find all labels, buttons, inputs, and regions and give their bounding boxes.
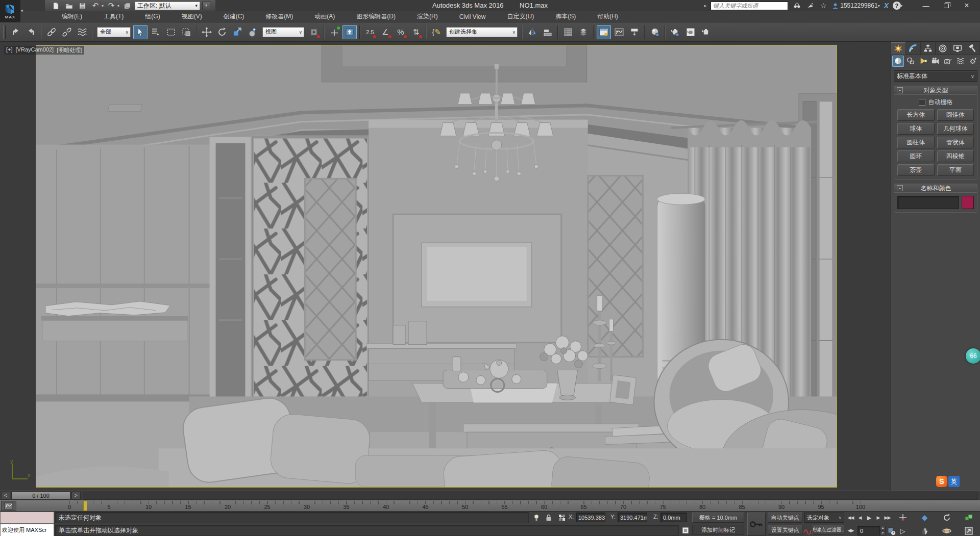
help-cluster[interactable]: ? ▾	[893, 2, 902, 10]
object-button-3[interactable]: 几何球体	[937, 123, 974, 135]
exchange-apps-icon[interactable]: X	[884, 2, 889, 10]
selection-filter-dropdown[interactable]: 全部 ∨	[97, 27, 131, 37]
curve-editor-icon[interactable]	[612, 25, 626, 39]
subtab-cameras[interactable]	[929, 56, 941, 67]
key-filters-button[interactable]: 关键点过滤器...	[813, 525, 844, 535]
render-production-icon[interactable]	[699, 25, 713, 39]
isolate-selection-icon[interactable]	[531, 512, 542, 523]
grid-setting-display[interactable]: 栅格 = 10.0mm	[692, 513, 744, 523]
autogrid-checkbox[interactable]	[919, 99, 925, 106]
new-file-icon[interactable]	[50, 1, 61, 10]
align-icon[interactable]	[541, 25, 555, 39]
rectangular-region-icon[interactable]	[164, 25, 178, 39]
orbit-camera-icon[interactable]	[936, 525, 957, 536]
key-filter-dropdown[interactable]: 选定对象 ∨	[804, 513, 844, 523]
set-key-button[interactable]: 设置关键点	[768, 525, 802, 535]
toolbar-grip[interactable]	[3, 25, 6, 39]
subtab-spacewarps[interactable]	[954, 56, 966, 67]
object-button-8[interactable]: 茶壶	[897, 164, 935, 176]
frame-spinner[interactable]: ▲ ▼	[880, 526, 886, 535]
set-keys-button[interactable]	[747, 513, 766, 535]
open-file-icon[interactable]	[63, 1, 75, 10]
undo-icon[interactable]: ↶	[90, 1, 101, 10]
maximize-viewport-icon[interactable]	[958, 525, 979, 536]
scene-explorer-icon[interactable]	[561, 25, 575, 39]
keyboard-shortcut-override-icon[interactable]	[342, 25, 357, 39]
subtab-systems[interactable]	[967, 56, 979, 67]
close-button[interactable]: ×	[957, 1, 977, 11]
unlink-selection-icon[interactable]	[60, 25, 74, 39]
spin-down-icon[interactable]: ▼	[880, 531, 886, 536]
menu-item-8[interactable]: 渲染(R)	[406, 11, 449, 22]
tab-modify[interactable]	[906, 42, 921, 55]
menu-item-6[interactable]: 动画(A)	[304, 11, 346, 22]
go-to-end-button[interactable]: ▶▶	[883, 513, 892, 522]
menu-item-1[interactable]: 工具(T)	[93, 11, 134, 22]
menu-item-3[interactable]: 视图(V)	[171, 11, 213, 22]
logo-flyout-arrow[interactable]: ▾	[21, 8, 23, 13]
search-binoculars-icon[interactable]	[792, 2, 801, 10]
ime-logo-icon[interactable]: S	[936, 476, 947, 487]
undo-flyout-arrow[interactable]: ▾	[102, 4, 104, 8]
render-setup-icon[interactable]	[668, 25, 682, 39]
tab-utilities[interactable]	[965, 42, 980, 55]
menu-item-10[interactable]: 自定义(U)	[496, 11, 545, 22]
select-and-manipulate-icon[interactable]	[327, 25, 341, 39]
subtab-helpers[interactable]	[942, 56, 954, 67]
named-selection-set-dropdown[interactable]: 创建选择集 ∨	[446, 27, 518, 37]
communication-center-icon[interactable]	[805, 2, 815, 10]
tab-create[interactable]	[891, 42, 906, 55]
time-slider-track[interactable]	[83, 492, 978, 500]
spinner-snap-icon[interactable]: ⇅	[409, 25, 423, 39]
object-name-input[interactable]	[897, 196, 959, 209]
save-file-icon[interactable]	[77, 1, 88, 10]
workspace-dropdown[interactable]: 工作区: 默认 ▾	[135, 2, 200, 10]
maxscript-listener-line[interactable]: 欢迎使用 MAXScr	[0, 524, 54, 536]
field-of-view-icon[interactable]: ▷	[892, 525, 913, 536]
rollout-name-color-header[interactable]: - 名称和颜色	[894, 184, 977, 193]
menu-item-5[interactable]: 修改器(M)	[255, 11, 304, 22]
material-editor-icon[interactable]	[648, 25, 662, 39]
select-object-icon[interactable]	[133, 25, 148, 39]
x-coord-field[interactable]: 10539.383	[576, 513, 605, 522]
rendered-frame-window-icon[interactable]	[683, 25, 698, 39]
bind-to-spacewarp-icon[interactable]	[75, 25, 89, 39]
tab-motion[interactable]	[936, 42, 950, 55]
spin-up-icon[interactable]: ▲	[880, 526, 886, 531]
snap-toggle-icon[interactable]: 2.5	[363, 25, 377, 39]
auto-key-button[interactable]: 自动关键点	[768, 513, 802, 523]
object-button-0[interactable]: 长方体	[897, 109, 935, 121]
track-bar-ruler[interactable]: 0510152025303540455055606570758085909510…	[18, 500, 886, 512]
default-tangent-icon[interactable]	[803, 525, 812, 536]
subtab-shapes[interactable]	[904, 56, 916, 67]
selection-lock-icon[interactable]	[543, 512, 554, 523]
object-button-7[interactable]: 四棱锥	[937, 150, 974, 162]
camera-viewport[interactable]	[36, 45, 837, 488]
object-button-1[interactable]: 圆锥体	[937, 109, 974, 121]
subtab-geometry[interactable]	[892, 56, 904, 67]
angle-snap-icon[interactable]: ∠	[378, 25, 393, 39]
favorites-star-icon[interactable]: ☆	[819, 2, 828, 10]
select-and-scale-icon[interactable]	[230, 25, 244, 39]
select-by-name-icon[interactable]	[149, 25, 163, 39]
play-button[interactable]: ▶	[865, 513, 873, 522]
menu-item-7[interactable]: 图形编辑器(D)	[346, 11, 406, 22]
dolly-camera-icon[interactable]	[892, 512, 913, 523]
add-time-tag-button[interactable]: 添加时间标记	[692, 525, 744, 535]
current-frame-field[interactable]: 0	[857, 526, 880, 535]
menu-item-0[interactable]: 编辑(E)	[51, 11, 93, 22]
next-frame-button[interactable]: ▶	[874, 513, 883, 522]
redo-icon[interactable]: ↷	[106, 1, 117, 10]
select-and-rotate-icon[interactable]	[215, 25, 229, 39]
rollout-object-type-header[interactable]: - 对象类型	[894, 86, 977, 95]
maxscript-mini-listener[interactable]	[0, 512, 54, 524]
ribbon-toggle-icon[interactable]	[597, 25, 611, 39]
workspace-flyout-icon[interactable]: ▾	[202, 2, 210, 10]
menu-item-9[interactable]: Civil View	[449, 11, 497, 22]
window-crossing-icon[interactable]	[179, 25, 193, 39]
percent-snap-icon[interactable]: %	[394, 25, 408, 39]
redo-scene-icon[interactable]	[24, 25, 38, 39]
help-icon[interactable]: ?	[893, 2, 901, 10]
subtab-lights[interactable]	[917, 56, 929, 67]
account-signin[interactable]: 15512299861 ▾	[832, 2, 879, 9]
